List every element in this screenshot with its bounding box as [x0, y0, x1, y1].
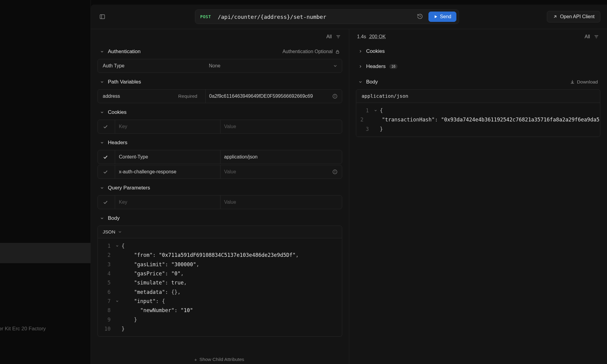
auth-optional-label: Authentication Optional: [282, 49, 332, 54]
header-row: Content-Type application/json: [97, 150, 342, 164]
svg-point-14: [335, 171, 335, 171]
section-headers-resp[interactable]: Headers 16: [349, 59, 607, 74]
header-value[interactable]: application/json: [224, 150, 338, 164]
show-child-attributes[interactable]: + Show Child Attributes: [194, 354, 244, 362]
svg-marker-4: [435, 15, 437, 18]
info-icon[interactable]: [332, 94, 338, 99]
main-panel: POST /api/counter/{address}/set-number S…: [91, 5, 607, 364]
download-button[interactable]: Download: [570, 79, 598, 85]
header-key[interactable]: Content-Type: [119, 150, 216, 164]
request-body-editor[interactable]: 1{2 "from": "0x711a591dF69108834C5137e10…: [97, 238, 342, 337]
filter-icon[interactable]: [336, 34, 341, 39]
chevron-down-icon: [100, 216, 104, 220]
query-row-empty: [97, 195, 342, 209]
svg-rect-8: [336, 51, 339, 53]
chevron-down-icon: [358, 80, 363, 84]
path-vars-title: Path Variables: [108, 79, 141, 85]
send-button[interactable]: Send: [428, 12, 456, 22]
resp-headers-count: 16: [389, 64, 397, 69]
chevron-down-icon: [100, 186, 104, 190]
query-key-input[interactable]: [119, 196, 216, 209]
header-value-input[interactable]: [224, 165, 329, 179]
body-type-select[interactable]: JSON: [97, 226, 342, 238]
http-method-badge: POST: [198, 14, 213, 20]
filter-icon[interactable]: [594, 34, 599, 39]
chevron-down-icon: [100, 80, 104, 84]
toggle-sidebar-icon[interactable]: [97, 12, 107, 22]
response-filter-all[interactable]: All: [585, 34, 590, 39]
chevron-down-icon: [118, 230, 122, 234]
info-icon[interactable]: [332, 169, 338, 175]
section-cookies-resp[interactable]: Cookies: [349, 44, 607, 59]
url-bar: POST /api/counter/{address}/set-number S…: [195, 9, 459, 24]
query-value-input[interactable]: [224, 196, 338, 209]
headers-title: Headers: [108, 140, 127, 146]
url-path[interactable]: /api/counter/{address}/set-number: [218, 14, 411, 20]
sidebar-background: wallwallwallwallwall/vewall wall/vewallw…: [0, 0, 91, 364]
resp-headers-title: Headers: [366, 63, 386, 70]
check-icon[interactable]: [103, 124, 108, 129]
svg-point-11: [335, 95, 335, 95]
request-filter-all[interactable]: All: [326, 34, 332, 39]
required-tag: Required: [178, 94, 200, 99]
auth-type-row[interactable]: Auth Type None: [97, 59, 342, 73]
request-panel: All Authentication Authentication Option…: [91, 29, 349, 364]
download-label: Download: [577, 79, 598, 85]
path-var-row: address Required: [97, 89, 342, 103]
response-content-type: application/json: [356, 89, 600, 103]
chevron-down-icon: [333, 63, 338, 68]
section-path-variables[interactable]: Path Variables: [97, 74, 342, 89]
body-type-value: JSON: [103, 229, 115, 235]
chevron-right-icon: [358, 49, 363, 53]
svg-line-3: [420, 16, 421, 17]
open-api-client-label: Open API Client: [560, 14, 595, 19]
check-icon[interactable]: [103, 169, 108, 175]
cookie-row-empty: [97, 120, 342, 134]
response-panel: 1.4s 200 OK All Cookies Headers 16: [349, 29, 607, 364]
resp-body-title: Body: [366, 79, 378, 85]
auth-title: Authentication: [108, 49, 141, 55]
query-title: Query Parameters: [108, 185, 150, 191]
section-body-req[interactable]: Body: [97, 210, 342, 226]
auth-type-value: None: [209, 59, 330, 73]
header-row: x-auth-challenge-response: [97, 165, 342, 179]
auth-type-label: Auth Type: [98, 59, 205, 73]
lock-icon: [335, 49, 340, 54]
cookie-key-input[interactable]: [119, 120, 216, 133]
chevron-down-icon: [100, 110, 104, 114]
path-var-value-input[interactable]: [209, 90, 329, 103]
check-icon[interactable]: [103, 199, 108, 205]
cookies-title: Cookies: [108, 109, 126, 115]
section-headers-req[interactable]: Headers: [97, 135, 342, 150]
chevron-right-icon: [358, 64, 363, 69]
response-status[interactable]: 200 OK: [369, 34, 386, 39]
section-cookies-req[interactable]: Cookies: [97, 104, 342, 120]
topbar: POST /api/counter/{address}/set-number S…: [91, 5, 607, 29]
chevron-down-icon: [100, 49, 104, 54]
section-body-resp[interactable]: Body Download: [356, 74, 600, 89]
body-title: Body: [108, 215, 120, 221]
open-api-client-button[interactable]: Open API Client: [547, 11, 600, 22]
send-button-label: Send: [440, 14, 451, 19]
resp-cookies-title: Cookies: [366, 48, 385, 54]
svg-rect-0: [100, 15, 105, 19]
section-authentication[interactable]: Authentication Authentication Optional: [97, 44, 342, 59]
section-query-params[interactable]: Query Parameters: [97, 180, 342, 195]
path-var-key: address: [103, 94, 120, 99]
history-icon[interactable]: [416, 12, 424, 22]
chevron-down-icon: [100, 141, 104, 145]
response-time: 1.4s: [357, 34, 366, 39]
check-icon[interactable]: [103, 154, 108, 160]
response-body-viewer[interactable]: 1{2 "transactionHash": "0x93da7424e4b361…: [356, 103, 600, 137]
header-key[interactable]: x-auth-challenge-response: [119, 165, 216, 179]
cookie-value-input[interactable]: [224, 120, 338, 133]
